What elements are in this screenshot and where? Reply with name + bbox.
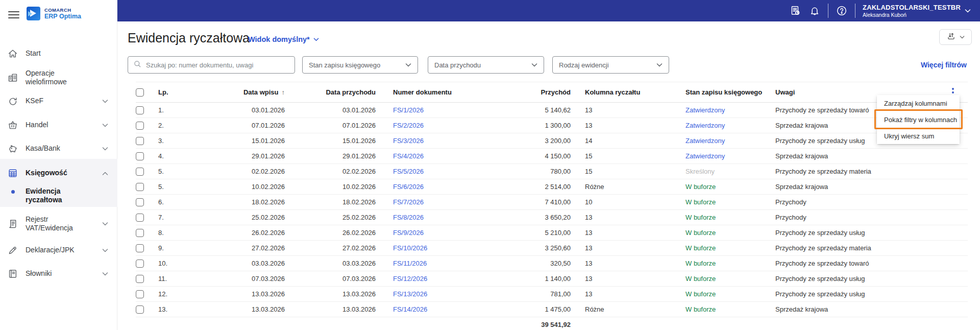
sidebar-item-ksef[interactable]: KSeF xyxy=(0,91,117,111)
help-icon[interactable] xyxy=(836,5,848,17)
table-row[interactable]: 1.03.01.202603.01.2026FS/1/20265 140,621… xyxy=(136,103,968,118)
row-checkbox[interactable] xyxy=(136,229,144,237)
table-header-row: Lp. Data wpisu↑ Data przychodu Numer dok… xyxy=(136,82,968,103)
sidebar-item-kasa-bank[interactable]: Kasa/Bank xyxy=(0,138,117,159)
column-header-stan-zapisu[interactable]: Stan zapisu księgowego xyxy=(671,82,761,103)
sidebar-item-label: Handel xyxy=(26,121,48,130)
row-index: 11. xyxy=(158,271,188,287)
row-checkbox[interactable] xyxy=(136,152,144,160)
row-checkbox[interactable] xyxy=(136,198,144,206)
document-link[interactable]: FS/4/2026 xyxy=(393,152,424,160)
document-link[interactable]: FS/5/2026 xyxy=(393,168,424,175)
view-selector-label: Widok domyślny* xyxy=(248,35,310,43)
context-menu-item-pokaż-filtry-w-kolumnach[interactable]: Pokaż filtry w kolumnach xyxy=(877,111,960,128)
row-checkbox[interactable] xyxy=(136,305,144,314)
document-link[interactable]: FS/2/2026 xyxy=(393,122,424,129)
document-link[interactable]: FS/12/2026 xyxy=(393,275,427,282)
table-row[interactable]: 10.03.03.202603.03.2026FS/11/2026320,501… xyxy=(136,256,968,271)
column-header-kolumna-ryczaltu[interactable]: Kolumna ryczałtu xyxy=(571,82,671,103)
table-row[interactable]: 4.29.01.202629.01.2026FS/4/20264 150,001… xyxy=(136,149,968,164)
filter-dropdown-stan-zapisu-księgowego[interactable]: Stan zapisu księgowego xyxy=(302,56,418,74)
filter-dropdown-rodzaj-ewidencji[interactable]: Rodzaj ewidencji xyxy=(552,56,669,74)
row-checkbox[interactable] xyxy=(136,183,144,191)
row-checkbox[interactable] xyxy=(136,214,144,222)
sidebar-item-słowniki[interactable]: Słowniki xyxy=(0,264,117,284)
column-header-numer-dokumentu[interactable]: Numer dokumentu xyxy=(376,82,491,103)
lump-sum-column: 15 xyxy=(571,164,671,179)
export-button[interactable] xyxy=(939,29,972,45)
column-header-przychod[interactable]: Przychód xyxy=(491,82,571,103)
document-link[interactable]: FS/1/2026 xyxy=(393,106,424,114)
income-date: 27.02.2026 xyxy=(285,241,376,256)
row-index: 6. xyxy=(158,195,188,210)
sidebar-item-handel[interactable]: Handel xyxy=(0,115,117,135)
document-link[interactable]: FS/11/2026 xyxy=(393,260,427,267)
sidebar-item-operacje-wielofirmowe[interactable]: Operacje wielofirmowe xyxy=(0,67,117,88)
column-header-data-wpisu[interactable]: Data wpisu↑ xyxy=(188,82,285,103)
document-link[interactable]: FS/10/2026 xyxy=(393,244,427,252)
filter-dropdown-data-przychodu[interactable]: Data przychodu xyxy=(428,56,544,74)
table-row[interactable]: 12.13.03.202613.03.2026FS/13/2026781,001… xyxy=(136,287,968,302)
view-selector[interactable]: Widok domyślny* xyxy=(248,35,319,43)
filter-dropdown-label: Stan zapisu księgowego xyxy=(309,61,380,69)
search-icon xyxy=(133,60,142,70)
select-all-checkbox[interactable] xyxy=(136,88,144,97)
table-row[interactable]: 5.10.02.202610.02.2026FS/6/20262 514,00R… xyxy=(136,179,968,195)
row-checkbox[interactable] xyxy=(136,244,144,252)
invoice-clock-icon[interactable] xyxy=(789,5,801,17)
sidebar-item-rejestr-vat-ewidencja[interactable]: Rejestr VAT/Ewidencja xyxy=(0,210,117,238)
chevron-down-icon xyxy=(656,63,663,67)
income-sum-total: 39 541,92 xyxy=(491,317,571,330)
table-row[interactable]: 8.26.02.202626.02.2026FS/9/20265 210,001… xyxy=(136,225,968,241)
user-menu[interactable]: ZAKLADSTOLARSKI_TESTBR Aleksandra Kuboń xyxy=(863,4,971,18)
table-row[interactable]: 2.07.01.202607.01.2026FS/2/20261 300,001… xyxy=(136,118,968,133)
document-link[interactable]: FS/6/2026 xyxy=(393,183,424,191)
row-checkbox[interactable] xyxy=(136,106,144,114)
row-checkbox[interactable] xyxy=(136,275,144,283)
sidebar-item-start[interactable]: Start xyxy=(0,43,117,64)
income-date: 26.02.2026 xyxy=(285,225,376,241)
table-row[interactable]: 9.27.02.202627.02.2026FS/10/20263 250,60… xyxy=(136,241,968,256)
more-filters-link[interactable]: Więcej filtrów xyxy=(921,61,967,69)
lump-sum-column: 13 xyxy=(571,241,671,256)
income-amount: 1 300,00 xyxy=(491,118,571,133)
sidebar-item-księgowość[interactable]: Księgowość xyxy=(0,163,117,183)
income-date: 10.02.2026 xyxy=(285,179,376,195)
context-menu-item-zarządzaj-kolumnami[interactable]: Zarządzaj kolumnami xyxy=(877,95,960,111)
table-row[interactable]: 11.07.03.202607.03.2026FS/12/20261 140,0… xyxy=(136,271,968,287)
table-row[interactable]: 6.18.02.202618.02.2026FS/7/20267 410,001… xyxy=(136,195,968,210)
lump-sum-column: 14 xyxy=(571,133,671,149)
notes-text: Przychody ze sprzedaży usług xyxy=(775,275,938,282)
table-row[interactable]: 7.25.02.202625.02.2026FS/8/20263 650,201… xyxy=(136,210,968,225)
document-link[interactable]: FS/8/2026 xyxy=(393,214,424,221)
table-row[interactable]: 5.02.02.202602.02.2026FS/5/2026780,0015S… xyxy=(136,164,968,179)
notes-text: Przychody ze sprzedaży usług xyxy=(775,229,938,237)
topbar: ZAKLADSTOLARSKI_TESTBR Aleksandra Kuboń xyxy=(117,0,980,21)
row-checkbox[interactable] xyxy=(136,137,144,145)
column-header-data-przychodu[interactable]: Data przychodu xyxy=(285,82,376,103)
row-checkbox[interactable] xyxy=(136,168,144,176)
document-link[interactable]: FS/14/2026 xyxy=(393,305,427,313)
hamburger-menu-icon[interactable] xyxy=(8,9,19,17)
sidebar-item-ewidencja-ryczałtowa[interactable]: Ewidencja ryczałtowa xyxy=(0,185,117,206)
document-link[interactable]: FS/9/2026 xyxy=(393,229,424,237)
search-input[interactable] xyxy=(146,61,289,69)
row-index: 7. xyxy=(158,210,188,225)
chevron-down-icon xyxy=(102,100,108,103)
context-menu-item-ukryj-wiersz-sum[interactable]: Ukryj wiersz sum xyxy=(877,128,960,144)
income-amount: 4 150,00 xyxy=(491,149,571,164)
row-checkbox[interactable] xyxy=(136,290,144,298)
table-row[interactable]: 3.15.01.202615.01.2026FS/3/20263 200,001… xyxy=(136,133,968,149)
document-link[interactable]: FS/7/2026 xyxy=(393,198,424,206)
column-header-lp[interactable]: Lp. xyxy=(158,82,188,103)
notes-text: Przychody ze sprzedaży materia xyxy=(775,244,938,252)
notifications-bell-icon[interactable] xyxy=(808,5,821,17)
document-link[interactable]: FS/13/2026 xyxy=(393,290,427,298)
table-row[interactable]: 13.13.03.202613.03.2026FS/14/20261 475,0… xyxy=(136,302,968,317)
lump-sum-column: 13 xyxy=(571,118,671,133)
sidebar-item-deklaracje-jpk[interactable]: Deklaracje/JPK xyxy=(0,240,117,261)
notes-text: Przychody ze sprzedaży usług xyxy=(775,290,938,298)
row-checkbox[interactable] xyxy=(136,260,144,268)
document-link[interactable]: FS/3/2026 xyxy=(393,137,424,145)
row-checkbox[interactable] xyxy=(136,122,144,130)
